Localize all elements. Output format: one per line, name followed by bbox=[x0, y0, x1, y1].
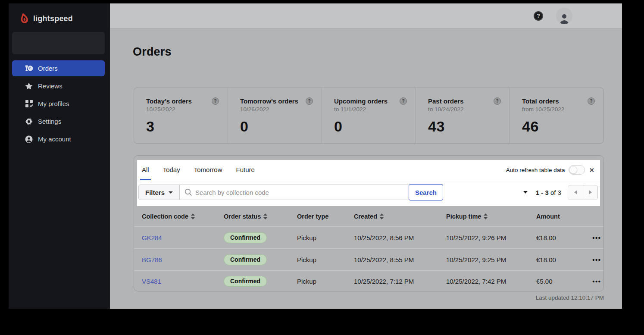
account-person-icon bbox=[25, 135, 33, 143]
sort-icon bbox=[484, 213, 488, 219]
sidebar-item-settings[interactable]: Settings bbox=[12, 113, 105, 129]
sidebar-item-label: Orders bbox=[38, 65, 58, 72]
sidebar-item-my-profiles[interactable]: My profiles bbox=[12, 96, 105, 112]
column-collection-code[interactable]: Collection code bbox=[142, 213, 224, 220]
order-type-cell: Pickup bbox=[297, 234, 354, 241]
close-icon[interactable]: ✕ bbox=[589, 167, 594, 173]
sidebar-item-label: My account bbox=[38, 135, 71, 143]
amount-cell: €18.00 bbox=[536, 256, 590, 263]
tab-all[interactable]: All bbox=[142, 160, 149, 180]
table-row: VS481 Confirmed Pickup 10/25/2022, 7:12 … bbox=[134, 270, 603, 292]
row-actions-kebab-icon[interactable]: ••• bbox=[590, 278, 603, 285]
status-badge: Confirmed bbox=[224, 254, 267, 265]
sidebar-item-label: Reviews bbox=[38, 82, 63, 90]
content: Orders Today's orders ? 10/25/2022 3 Tom… bbox=[110, 28, 622, 301]
person-icon bbox=[559, 13, 569, 24]
next-page-button[interactable] bbox=[583, 185, 597, 200]
filters-button[interactable]: Filters bbox=[138, 185, 180, 200]
topbar: ? bbox=[110, 3, 622, 28]
last-updated-text: Last updated 12:10:17 PM bbox=[133, 294, 604, 301]
created-cell: 10/25/2022, 8:56 PM bbox=[354, 234, 446, 241]
star-icon bbox=[25, 82, 33, 90]
search-icon bbox=[184, 188, 192, 198]
lightspeed-flame-icon bbox=[19, 13, 29, 25]
business-selector[interactable] bbox=[12, 32, 105, 54]
sidebar-item-my-account[interactable]: My account bbox=[12, 131, 105, 147]
help-icon[interactable]: ? bbox=[534, 11, 543, 21]
pagination-range-bold: 1 - 3 bbox=[536, 189, 549, 196]
table-controls-panel: All Today Tomorrow Future Auto refresh t… bbox=[137, 160, 600, 206]
page-size-caret-icon[interactable] bbox=[523, 191, 528, 194]
collection-code-link[interactable]: BG786 bbox=[142, 256, 162, 263]
column-label: Collection code bbox=[142, 213, 188, 220]
stat-value: 0 bbox=[334, 118, 407, 135]
stat-value: 0 bbox=[240, 118, 313, 135]
stat-subtitle: 10/25/2022 bbox=[146, 106, 219, 113]
column-order-type: Order type bbox=[297, 213, 354, 220]
collection-code-link[interactable]: VS481 bbox=[142, 278, 161, 285]
profiles-grid-icon bbox=[25, 100, 33, 108]
stat-help-icon[interactable]: ? bbox=[400, 97, 407, 105]
tab-today[interactable]: Today bbox=[163, 160, 180, 180]
main-area: ? Orders Today's orders ? 10/25/2022 3 bbox=[110, 3, 622, 309]
auto-refresh-toggle[interactable]: ··· bbox=[569, 165, 585, 175]
status-badge: Confirmed bbox=[224, 232, 267, 243]
search-field-wrap bbox=[180, 185, 409, 200]
column-created[interactable]: Created bbox=[354, 213, 446, 220]
sidebar-item-reviews[interactable]: Reviews bbox=[12, 78, 105, 94]
stat-past-orders: Past orders ? to 10/24/2022 43 bbox=[416, 88, 510, 143]
stat-title: Today's orders bbox=[146, 97, 192, 105]
column-label: Order type bbox=[297, 213, 328, 220]
stat-value: 3 bbox=[146, 118, 219, 135]
column-label: Pickup time bbox=[446, 213, 481, 220]
sidebar-nav: Orders Reviews My profiles bbox=[9, 60, 110, 149]
stat-subtitle: from 10/25/2022 bbox=[522, 106, 595, 113]
order-stats-card: Today's orders ? 10/25/2022 3 Tomorrow's… bbox=[134, 88, 604, 144]
table-row: BG786 Confirmed Pickup 10/25/2022, 8:55 … bbox=[134, 248, 603, 270]
filter-row: Filters Search bbox=[137, 180, 600, 206]
row-actions-kebab-icon[interactable]: ••• bbox=[590, 234, 603, 241]
sidebar-item-orders[interactable]: Orders bbox=[12, 60, 105, 76]
tab-future[interactable]: Future bbox=[236, 160, 255, 180]
pickup-time-cell: 10/25/2022, 9:25 PM bbox=[446, 256, 536, 263]
stat-subtitle: to 10/24/2022 bbox=[428, 106, 501, 113]
sidebar-item-label: Settings bbox=[38, 118, 61, 125]
stat-value: 46 bbox=[522, 118, 595, 135]
column-label: Amount bbox=[536, 213, 560, 220]
user-avatar[interactable] bbox=[556, 8, 572, 24]
pagination: 1 - 3 of 3 bbox=[523, 185, 598, 200]
collection-code-link[interactable]: GK284 bbox=[142, 234, 162, 241]
table-row: GK284 Confirmed Pickup 10/25/2022, 8:56 … bbox=[134, 226, 603, 248]
amount-cell: €5.00 bbox=[536, 278, 590, 285]
amount-cell: €18.00 bbox=[536, 234, 590, 241]
stat-tomorrows-orders: Tomorrow's orders ? 10/26/2022 0 bbox=[228, 88, 322, 143]
table-tabs: All Today Tomorrow Future Auto refresh t… bbox=[137, 160, 600, 180]
arrow-left-icon bbox=[574, 190, 577, 194]
stat-help-icon[interactable]: ? bbox=[494, 97, 501, 105]
sidebar-item-label: My profiles bbox=[38, 100, 69, 107]
stat-title: Past orders bbox=[428, 97, 464, 105]
status-badge: Confirmed bbox=[224, 276, 267, 287]
sort-icon bbox=[263, 213, 267, 219]
stat-help-icon[interactable]: ? bbox=[588, 97, 595, 105]
column-order-status[interactable]: Order status bbox=[224, 213, 297, 220]
previous-page-button[interactable] bbox=[568, 185, 583, 200]
stat-value: 43 bbox=[428, 118, 501, 135]
brand-wordmark: lightspeed bbox=[33, 14, 73, 23]
search-button[interactable]: Search bbox=[409, 184, 443, 200]
orders-icon bbox=[25, 65, 33, 72]
pagination-range: 1 - 3 of 3 bbox=[536, 189, 561, 196]
column-label: Created bbox=[354, 213, 377, 220]
stat-help-icon[interactable]: ? bbox=[306, 97, 313, 105]
tab-tomorrow[interactable]: Tomorrow bbox=[194, 160, 222, 180]
table-body: GK284 Confirmed Pickup 10/25/2022, 8:56 … bbox=[134, 226, 603, 292]
search-input[interactable] bbox=[180, 185, 409, 200]
row-actions-kebab-icon[interactable]: ••• bbox=[590, 256, 603, 263]
page-title: Orders bbox=[133, 45, 622, 58]
stat-upcoming-orders: Upcoming orders ? to 11/1/2022 0 bbox=[322, 88, 416, 143]
stat-help-icon[interactable]: ? bbox=[212, 97, 219, 105]
sort-icon bbox=[191, 213, 195, 219]
pickup-time-cell: 10/25/2022, 7:42 PM bbox=[446, 278, 536, 285]
stat-title: Total orders bbox=[522, 97, 559, 105]
column-pickup-time[interactable]: Pickup time bbox=[446, 213, 536, 220]
